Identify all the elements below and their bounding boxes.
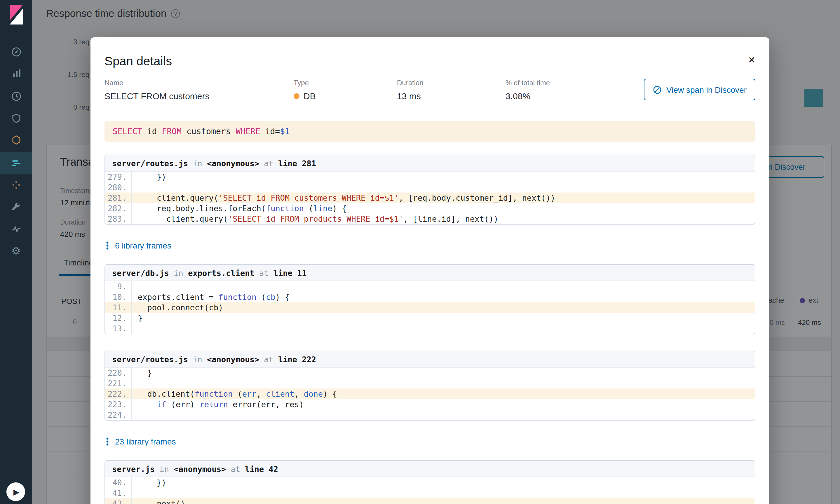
code-token: $1 — [280, 127, 290, 136]
stack-frame-code: 279. })280.281. client.query('SELECT id … — [105, 172, 755, 224]
frame-header-term: line 222 — [278, 355, 316, 364]
code-token: err — [242, 389, 257, 398]
code-token: customers — [181, 127, 235, 136]
code-line: 41. — [105, 488, 755, 498]
code-token: pool.connect(cb) — [138, 303, 223, 312]
sidebar-item-visualize[interactable] — [0, 62, 32, 85]
view-span-in-discover-button[interactable]: View span in Discover — [644, 79, 755, 100]
code-token: SELECT — [113, 127, 142, 136]
sidebar-item-management[interactable]: ⚙ — [0, 240, 32, 262]
code-token: (err) — [167, 400, 200, 409]
span-percent-value: 3.08% — [506, 91, 622, 101]
library-frames-link[interactable]: 6 library frames — [106, 241, 755, 250]
stack-frame-code: 220. }221.222. db.client(function (err, … — [105, 367, 755, 420]
sidebar-item-canvas[interactable] — [0, 129, 32, 151]
code-token: 'SELECT id FROM customers WHERE id=$1' — [218, 193, 399, 202]
line-number: 41. — [105, 488, 132, 498]
code-line: 280. — [105, 182, 755, 193]
dots-icon — [106, 241, 110, 250]
code-line: 11. pool.connect(cb) — [105, 302, 755, 313]
code-line: 40. }) — [105, 477, 755, 488]
library-frames-link[interactable]: 23 library frames — [106, 437, 755, 446]
sparkle-icon — [11, 180, 21, 190]
library-frames-label: 23 library frames — [115, 437, 176, 446]
play-icon: ▶ — [14, 487, 19, 496]
code-text — [132, 488, 138, 498]
sidebar-collapse-button[interactable]: ▶ — [6, 482, 25, 501]
compass-icon — [11, 47, 21, 57]
field-label: % of total time — [506, 79, 622, 87]
field-type: Type DB — [294, 79, 397, 101]
stack-frame-code: 40. })41.42. next() — [105, 477, 755, 504]
code-token: , — [295, 389, 304, 398]
code-line: 224. — [105, 410, 755, 420]
code-token: } — [138, 368, 152, 377]
code-token: line — [313, 203, 332, 213]
sidebar-item-dev-tools[interactable] — [0, 195, 32, 218]
code-token: client.query( — [138, 214, 228, 223]
stack-frame-header: server/routes.js in <anonymous> at line … — [105, 351, 755, 367]
sidebar: ⚙ ▶ — [0, 0, 32, 504]
line-number: 40. — [105, 477, 132, 488]
frame-header-term: server/routes.js — [112, 355, 188, 364]
line-number: 223. — [105, 399, 132, 410]
frame-header-connector: at — [259, 355, 278, 364]
code-token: id= — [260, 127, 280, 136]
code-line: 282. req.body.lines.forEach(function (li… — [105, 203, 755, 214]
code-text: }) — [132, 172, 167, 182]
field-duration: Duration 13 ms — [397, 79, 506, 101]
code-line: 12.} — [105, 313, 755, 323]
line-number: 42. — [105, 498, 132, 504]
stack-frame: server.js in <anonymous> at line 4240. }… — [104, 460, 755, 504]
line-number: 283. — [105, 214, 132, 224]
sidebar-item-security[interactable] — [0, 107, 32, 129]
code-text: db.client(function (err, client, done) { — [132, 389, 337, 399]
code-text: req.body.lines.forEach(function (line) { — [132, 203, 347, 214]
sidebar-item-timelion[interactable] — [0, 85, 32, 107]
stack-frame-header: server/routes.js in <anonymous> at line … — [105, 155, 755, 172]
line-number: 224. — [105, 410, 132, 420]
frame-header-term: <anonymous> — [207, 355, 259, 364]
line-number: 220. — [105, 367, 132, 378]
code-token: ) { — [332, 203, 347, 213]
code-line: 283. client.query('SELECT id FROM produc… — [105, 214, 755, 224]
line-number: 9. — [105, 281, 132, 292]
code-token: done — [304, 389, 323, 398]
code-line: 13. — [105, 323, 755, 334]
line-number: 282. — [105, 203, 132, 214]
code-text: client.query('SELECT id FROM customers W… — [132, 193, 556, 203]
stack-trace: server/routes.js in <anonymous> at line … — [104, 155, 755, 504]
code-text: client.query('SELECT id FROM products WH… — [132, 214, 498, 224]
frame-header-term: server/routes.js — [112, 159, 188, 168]
code-text — [132, 182, 138, 193]
button-label: View span in Discover — [666, 85, 747, 94]
code-token: ) { — [275, 292, 290, 302]
sidebar-item-machine-learning[interactable] — [0, 174, 32, 196]
code-text: next() — [132, 498, 185, 504]
code-line: 10.exports.client = function (cb) { — [105, 292, 755, 302]
code-text — [132, 281, 138, 292]
code-token: }) — [138, 478, 167, 487]
span-details-modal: Span details ✕ Name SELECT FROM customer… — [90, 37, 769, 504]
kibana-logo[interactable] — [7, 5, 25, 24]
gear-icon: ⚙ — [11, 246, 21, 256]
code-token: id — [142, 127, 162, 136]
sidebar-item-monitoring[interactable] — [0, 218, 32, 240]
code-line: 281. client.query('SELECT id FROM custom… — [105, 193, 755, 203]
kibana-logo-icon — [7, 5, 25, 24]
line-number: 222. — [105, 389, 132, 399]
discover-icon — [652, 85, 662, 94]
code-token: function — [195, 389, 233, 398]
field-name: Name SELECT FROM customers — [104, 79, 294, 101]
sidebar-item-apm[interactable] — [0, 152, 32, 175]
code-token: ( — [304, 203, 313, 213]
library-frames-label: 6 library frames — [115, 241, 171, 250]
wrench-icon — [11, 201, 21, 212]
line-number: 13. — [105, 323, 132, 334]
code-token: , — [256, 389, 266, 398]
frame-header-connector: at — [255, 268, 274, 278]
close-icon[interactable]: ✕ — [748, 55, 755, 65]
sidebar-item-discover[interactable] — [0, 41, 32, 63]
frame-header-connector: in — [188, 355, 207, 364]
code-text — [132, 410, 138, 420]
